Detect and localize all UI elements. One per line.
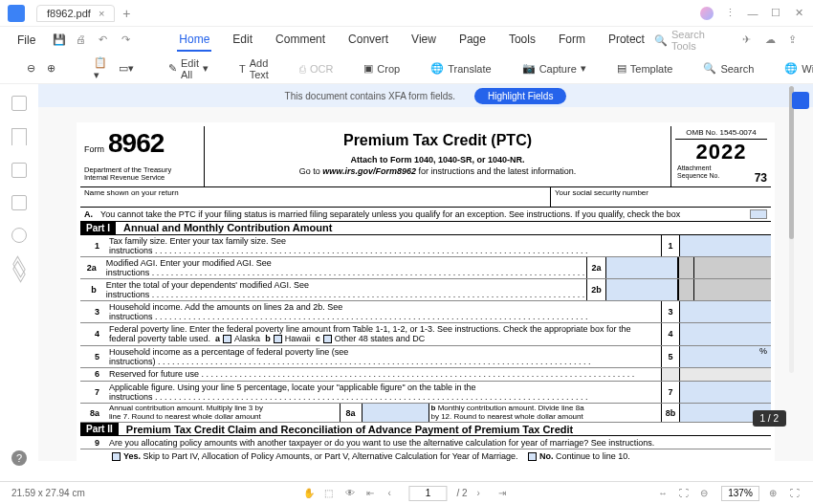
name-field[interactable]: Name shown on your return bbox=[80, 187, 551, 207]
add-tab-button[interactable]: + bbox=[122, 6, 130, 21]
page-total: / 2 bbox=[456, 488, 467, 498]
first-page-icon[interactable]: ⇤ bbox=[366, 488, 378, 499]
share-icon[interactable]: ⇪ bbox=[788, 33, 802, 47]
line-3-input[interactable] bbox=[680, 301, 771, 322]
line-2a-input[interactable] bbox=[606, 257, 679, 278]
zoom-input[interactable] bbox=[721, 486, 759, 501]
line-4a-checkbox[interactable] bbox=[223, 335, 231, 343]
template-button[interactable]: ▤ Template bbox=[613, 60, 677, 77]
print-icon[interactable]: 🖨 bbox=[76, 33, 89, 47]
menu-form[interactable]: Form bbox=[557, 29, 587, 52]
line-4: Federal poverty line. Enter the federal … bbox=[107, 323, 661, 344]
help-icon[interactable]: ? bbox=[11, 450, 27, 466]
page-dimensions: 21.59 x 27.94 cm bbox=[11, 488, 85, 498]
part1-title: Annual and Monthly Contribution Amount bbox=[116, 222, 332, 233]
user-badge-icon[interactable] bbox=[792, 92, 809, 109]
line-4-input[interactable] bbox=[680, 323, 771, 345]
menu-view[interactable]: View bbox=[409, 29, 438, 52]
add-text-button[interactable]: T Add Text bbox=[235, 55, 273, 82]
cloud-icon[interactable]: ☁ bbox=[765, 33, 779, 47]
line-9-no-checkbox[interactable] bbox=[528, 452, 537, 461]
account-icon[interactable] bbox=[700, 7, 714, 20]
form-omb: OMB No. 1545-0074 bbox=[675, 128, 767, 140]
search-tools[interactable]: 🔍 Search Tools bbox=[654, 29, 727, 52]
line-5-input[interactable]: % bbox=[680, 346, 771, 367]
ssn-field[interactable]: Your social security number bbox=[551, 187, 771, 207]
fit-width-icon[interactable]: ↔ bbox=[658, 488, 670, 499]
scrollbar[interactable] bbox=[789, 86, 794, 373]
main-menu: Home Edit Comment Convert View Page Tool… bbox=[177, 29, 647, 52]
minimize-icon[interactable]: — bbox=[746, 7, 759, 20]
edit-all-button[interactable]: ✎ Edit All▾ bbox=[165, 55, 212, 82]
highlight-fields-button[interactable]: Highlight Fields bbox=[474, 88, 566, 104]
line-8b: b Monthly contribution amount. Divide li… bbox=[429, 404, 662, 423]
line-8a-input[interactable] bbox=[363, 404, 429, 423]
search-button[interactable]: 🔍 Search bbox=[699, 60, 758, 77]
thumbnails-icon[interactable] bbox=[11, 96, 27, 111]
fields-icon[interactable] bbox=[11, 195, 27, 210]
attachments-icon[interactable] bbox=[11, 163, 27, 178]
page-layout-icon[interactable]: ▭▾ bbox=[115, 60, 138, 77]
hand-tool-icon[interactable]: ✋ bbox=[303, 488, 315, 499]
form-title: Premium Tax Credit (PTC) bbox=[212, 132, 663, 149]
line-1: Tax family size. Enter your tax family s… bbox=[107, 235, 661, 256]
zoom-in-icon[interactable]: ⊕ bbox=[43, 60, 59, 77]
form-attach: Attach to Form 1040, 1040-SR, or 1040-NR… bbox=[212, 155, 663, 164]
menu-home[interactable]: Home bbox=[177, 29, 211, 52]
more-icon[interactable]: ⋮ bbox=[723, 7, 736, 20]
zoom-in-status-icon[interactable]: ⊕ bbox=[769, 488, 780, 499]
line-4c-checkbox[interactable] bbox=[323, 335, 332, 343]
line-5: Household income as a percentage of fede… bbox=[107, 346, 661, 367]
zoom-out-status-icon[interactable]: ⊖ bbox=[700, 488, 712, 499]
capture-button[interactable]: 📷 Capture▾ bbox=[518, 60, 590, 77]
last-page-icon[interactable]: ⇥ bbox=[498, 488, 510, 499]
close-icon[interactable]: ✕ bbox=[792, 7, 805, 20]
file-menu[interactable]: File bbox=[11, 32, 41, 49]
clipboard-icon[interactable]: 📋▾ bbox=[90, 55, 111, 83]
send-icon[interactable]: ✈ bbox=[742, 33, 756, 47]
zoom-out-icon[interactable]: ⊖ bbox=[23, 60, 39, 77]
search-panel-icon[interactable] bbox=[11, 228, 27, 243]
select-tool-icon[interactable]: ⬚ bbox=[324, 488, 336, 499]
menu-edit[interactable]: Edit bbox=[231, 29, 254, 52]
tab-close-icon[interactable]: × bbox=[99, 8, 104, 19]
maximize-icon[interactable]: ☐ bbox=[769, 7, 782, 20]
line-a-checkbox[interactable] bbox=[750, 209, 767, 219]
menu-comment[interactable]: Comment bbox=[274, 29, 327, 52]
document-tab[interactable]: f8962.pdf × bbox=[36, 5, 115, 22]
line-a-label: A. bbox=[84, 209, 93, 219]
page-input[interactable] bbox=[408, 486, 447, 501]
search-placeholder: Search Tools bbox=[671, 29, 727, 52]
form-seq: Attachment Sequence No.73 bbox=[675, 164, 767, 179]
ocr-button[interactable]: ⎙ OCR bbox=[296, 61, 337, 77]
menu-protect[interactable]: Protect bbox=[606, 29, 647, 52]
translate-button[interactable]: 🌐 Translate bbox=[427, 60, 494, 77]
bookmarks-icon[interactable] bbox=[11, 128, 27, 145]
menu-tools[interactable]: Tools bbox=[507, 29, 538, 52]
wikipedia-button[interactable]: 🌐 Wikipedia bbox=[780, 60, 813, 77]
prev-page-icon[interactable]: ‹ bbox=[387, 488, 399, 499]
menu-convert[interactable]: Convert bbox=[346, 29, 390, 52]
fullscreen-icon[interactable]: ⛶ bbox=[790, 488, 802, 499]
crop-button[interactable]: ▣ Crop bbox=[360, 60, 404, 77]
line-1-input[interactable] bbox=[680, 235, 771, 256]
part2-label: Part II bbox=[80, 423, 119, 435]
menu-page[interactable]: Page bbox=[457, 29, 488, 52]
save-icon[interactable]: 💾 bbox=[53, 33, 66, 47]
line-8a: Annual contribution amount. Multiply lin… bbox=[107, 404, 340, 423]
pdf-document: Form 8962 Department of the Treasury Int… bbox=[77, 122, 775, 461]
scrollbar-thumb[interactable] bbox=[789, 86, 794, 239]
read-mode-icon[interactable]: 👁 bbox=[345, 488, 357, 499]
line-4b-checkbox[interactable] bbox=[274, 335, 282, 343]
app-icon bbox=[8, 5, 25, 22]
part2-title: Premium Tax Credit Claim and Reconciliat… bbox=[119, 424, 573, 435]
next-page-icon[interactable]: › bbox=[477, 488, 489, 499]
line-2b-input[interactable] bbox=[606, 279, 679, 300]
xfa-banner: This document contains XFA form fields. … bbox=[38, 84, 813, 107]
fit-page-icon[interactable]: ⛶ bbox=[679, 488, 691, 499]
undo-icon[interactable]: ↶ bbox=[99, 33, 112, 47]
line-7-input[interactable] bbox=[680, 382, 771, 403]
layers-icon[interactable] bbox=[11, 260, 27, 275]
line-9-yes-checkbox[interactable] bbox=[112, 452, 121, 461]
redo-icon[interactable]: ↷ bbox=[121, 33, 135, 47]
